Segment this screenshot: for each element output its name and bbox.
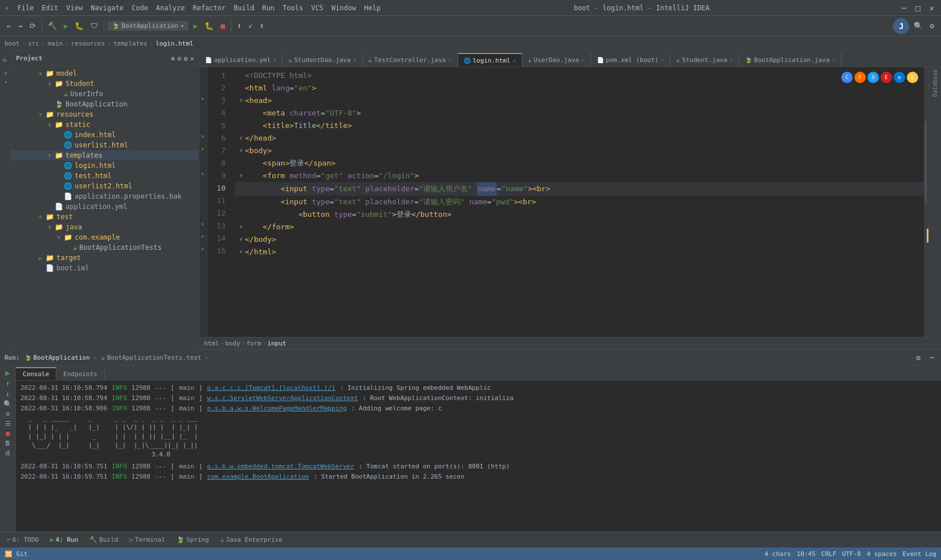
tree-item-index-html[interactable]: ▶ 🌐 index.html [11, 130, 199, 140]
tree-item-model[interactable]: ▼ 📁 model [11, 68, 199, 79]
menu-vcs[interactable]: VCS [308, 3, 327, 13]
breadcrumb-login-html[interactable]: login.html [156, 40, 193, 47]
tree-item-static[interactable]: ▼ 📁 static [11, 120, 199, 130]
tab-application-yml[interactable]: 📄 application.yml ✕ [199, 53, 283, 67]
console-run-icon[interactable]: ▶ [5, 368, 10, 377]
toolbar-coverage-btn[interactable]: 🛡 [88, 20, 100, 31]
menu-help[interactable]: Help [361, 3, 384, 13]
tab-close-pom-xml[interactable]: ✕ [661, 57, 664, 63]
chrome-icon[interactable]: C [841, 72, 853, 83]
fold-btn-9[interactable]: ▼ [237, 170, 245, 182]
status-line-endings[interactable]: CRLF [821, 550, 837, 558]
console-tab-console[interactable]: Console [16, 367, 56, 380]
safari-icon[interactable]: S [907, 72, 918, 83]
status-event-log[interactable]: Event Log [902, 550, 936, 558]
run-tab-boot-app-tests[interactable]: ☕ BootApplicationTests.test ✕ [101, 354, 208, 361]
code-editor[interactable]: <!DOCTYPE html> <html lang="en"> ▼ <head… [230, 67, 924, 337]
tab-close-testcontroller[interactable]: ✕ [448, 57, 452, 63]
tree-item-test-html[interactable]: ▶ 🌐 test.html [11, 171, 199, 181]
tab-close-bootapplication[interactable]: ✕ [832, 57, 835, 63]
scrollbar-right[interactable] [924, 67, 928, 337]
activity-favorites-icon[interactable]: ★ [1, 77, 11, 88]
menu-code[interactable]: Code [128, 3, 152, 13]
taskbar-spring-btn[interactable]: 🍃 Spring [172, 535, 214, 545]
tree-item-test[interactable]: ▼ 📁 test [11, 212, 199, 222]
console-layout-icon[interactable]: ☰ [5, 420, 11, 427]
console-print-icon[interactable]: 🖨 [5, 449, 11, 456]
console-tab-endpoints[interactable]: Endpoints [56, 368, 105, 380]
tree-item-app-yml[interactable]: ▶ 📄 application.yml [11, 201, 199, 212]
menu-build[interactable]: Build [230, 3, 257, 13]
console-settings-icon[interactable]: ⚙ [6, 410, 10, 418]
run-tab-close-tests[interactable]: ✕ [204, 355, 208, 361]
menu-view[interactable]: View [63, 3, 86, 13]
tab-close-login-html[interactable]: ✕ [513, 57, 516, 64]
user-avatar[interactable]: J [893, 18, 909, 34]
path-body[interactable]: body [225, 340, 240, 347]
panel-settings-icon[interactable]: ⚙ [184, 55, 188, 63]
tab-pom-xml[interactable]: 📄 pom.xml (boot) ✕ [591, 53, 671, 67]
firefox-icon[interactable]: F [854, 72, 866, 83]
menu-edit[interactable]: Edit [38, 3, 62, 13]
taskbar-todo-btn[interactable]: ✓ 6: TODO [2, 535, 43, 545]
tab-testcontroller-java[interactable]: ☕ TestController.java ✕ [363, 53, 458, 67]
console-stop-icon[interactable]: ■ [6, 430, 10, 437]
taskbar-jee-btn[interactable]: ☕ Java Enterprise [216, 535, 287, 545]
fold-btn-14[interactable]: ▼ [237, 233, 245, 246]
tree-item-templates[interactable]: ▼ 📁 templates [11, 150, 199, 160]
panel-expand-icon[interactable]: ⊕ [171, 55, 175, 63]
status-indent[interactable]: 4 spaces [866, 550, 897, 558]
run-config-selector[interactable]: 🍃 BootApplication ▾ [108, 21, 189, 31]
console-scroll-up-icon[interactable]: ↑ [6, 380, 10, 388]
ie-icon[interactable]: E [881, 72, 892, 83]
taskbar-run-btn[interactable]: ▶ 4: Run [46, 535, 83, 545]
toolbar-stop-btn[interactable]: ■ [218, 20, 227, 31]
toolbar-vcs-update-btn[interactable]: ⬇ [235, 20, 244, 31]
edge-icon[interactable]: e [894, 72, 905, 83]
minimize-button[interactable]: ─ [899, 3, 909, 13]
tree-item-java[interactable]: ▼ 📁 java [11, 222, 199, 232]
toolbar-debug-app-btn[interactable]: 🐛 [202, 20, 216, 31]
toolbar-run-btn[interactable]: ▶ [62, 20, 71, 31]
toolbar-back-btn[interactable]: ← [5, 20, 14, 31]
activity-structure-icon[interactable]: ≡ [1, 69, 11, 77]
toolbar-vcs-commit-btn[interactable]: ✓ [246, 20, 255, 31]
taskbar-build-btn[interactable]: 🔨 Build [85, 535, 122, 545]
activity-project-icon[interactable]: P [0, 56, 11, 64]
tree-item-userinfo[interactable]: ▶ ☕ UserInfo [11, 89, 199, 99]
log-class-3[interactable]: o.s.b.a.w.s.WelcomePageHandlerMapping [207, 403, 347, 414]
tree-item-target[interactable]: ▶ 📁 target [11, 253, 199, 263]
status-chars[interactable]: 4 chars [764, 550, 791, 558]
fold-btn-3[interactable]: ▼ [237, 94, 245, 107]
breadcrumb-boot[interactable]: boot [5, 40, 20, 47]
status-time[interactable]: 10:45 [797, 550, 816, 558]
run-tab-boot-app[interactable]: 🍃 BootApplication ✕ [24, 354, 97, 361]
run-settings-btn[interactable]: ⚙ [914, 352, 923, 363]
tab-student-java[interactable]: ☕ Student.java ✕ [670, 53, 739, 67]
tree-item-resources[interactable]: ▼ 📁 resources [11, 109, 199, 120]
toolbar-vcs-push-btn[interactable]: ⬆ [257, 20, 267, 31]
toolbar-sync-btn[interactable]: ⟳ [27, 20, 38, 31]
close-button[interactable]: ✕ [927, 3, 936, 13]
menu-navigate[interactable]: Navigate [87, 3, 127, 13]
tab-close-studentdao[interactable]: ✕ [353, 57, 357, 63]
console-scroll-down-icon[interactable]: ↓ [6, 390, 10, 398]
menu-run[interactable]: Run [259, 3, 278, 13]
tree-item-bootapp[interactable]: ▶ 🍃 BootApplication [11, 99, 199, 109]
panel-close-icon[interactable]: ✕ [190, 55, 194, 63]
toolbar-search-btn[interactable]: 🔍 [911, 20, 925, 31]
console-filter-icon[interactable]: 🔍 [3, 400, 12, 408]
path-input[interactable]: input [267, 340, 286, 347]
tab-userdao-java[interactable]: ☕ UserDao.java ✕ [522, 53, 591, 67]
tree-item-userlist2-html[interactable]: ▶ 🌐 userlist2.html [11, 181, 199, 191]
taskbar-terminal-btn[interactable]: ▷ Terminal [125, 535, 170, 545]
path-form[interactable]: form [246, 340, 261, 347]
menu-refactor[interactable]: Refactor [189, 3, 229, 13]
breadcrumb-templates[interactable]: templates [113, 40, 148, 47]
menu-analyze[interactable]: Analyze [153, 3, 189, 13]
tree-item-boot-iml[interactable]: ▶ 📄 boot.iml [11, 263, 199, 273]
tab-bootapplication-java[interactable]: 🍃 BootApplication.java ✕ [739, 53, 841, 67]
fold-btn-7[interactable]: ▼ [237, 145, 245, 157]
toolbar-settings-btn[interactable]: ⚙ [927, 20, 936, 31]
menu-window[interactable]: Window [328, 3, 359, 13]
